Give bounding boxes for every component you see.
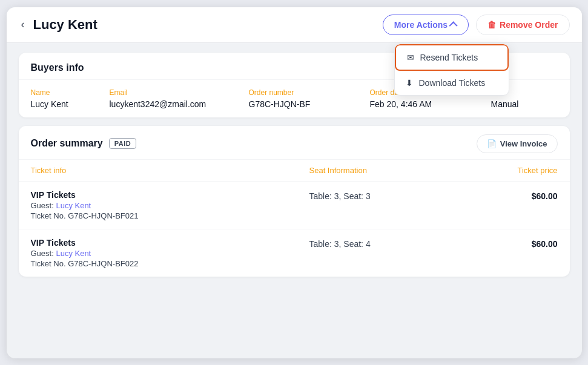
order-summary-title: Order summary bbox=[31, 138, 103, 149]
ticket-guest-1: Guest: Lucy Kent bbox=[31, 201, 309, 210]
order-date-value: Feb 20, 4:46 AM bbox=[370, 99, 491, 109]
remove-order-label: Remove Order bbox=[500, 20, 558, 30]
name-col: Name Lucy Kent bbox=[31, 88, 110, 109]
more-actions-label: More Actions bbox=[394, 20, 448, 30]
ticket-price-1: $60.00 bbox=[467, 190, 558, 201]
name-label: Name bbox=[31, 88, 110, 97]
download-tickets-label: Download Tickets bbox=[419, 78, 486, 88]
email-value: lucykent3242@zmail.com bbox=[110, 99, 249, 109]
seat-info-col-label: Seat Information bbox=[309, 166, 467, 175]
ticket-guest-2: Guest: Lucy Kent bbox=[31, 249, 309, 258]
ticket-info-col-label: Ticket info bbox=[31, 166, 309, 175]
main-container: ‹ Lucy Kent More Actions 🗑 Remove Order … bbox=[7, 7, 582, 358]
ticket-info-2: VIP Tickets Guest: Lucy Kent Ticket No. … bbox=[31, 238, 309, 268]
page-title: Lucy Kent bbox=[33, 17, 97, 33]
ticket-price-2: $60.00 bbox=[467, 238, 558, 249]
order-summary-title-group: Order summary PAID bbox=[31, 138, 137, 149]
name-value: Lucy Kent bbox=[31, 99, 110, 109]
back-button[interactable]: ‹ bbox=[19, 17, 27, 32]
trash-icon: 🗑 bbox=[487, 20, 496, 30]
ticket-number-1: Ticket No. G78C-HJQN-BF021 bbox=[31, 211, 309, 220]
back-arrow-icon: ‹ bbox=[21, 18, 25, 31]
mail-icon: ✉ bbox=[407, 53, 414, 62]
remove-order-button[interactable]: 🗑 Remove Order bbox=[476, 15, 569, 35]
header-left: ‹ Lucy Kent bbox=[19, 17, 97, 33]
ticket-type-1: VIP Tickets bbox=[31, 190, 309, 200]
order-number-col: Order number G78C-HJQN-BF bbox=[249, 88, 370, 109]
resend-tickets-button[interactable]: ✉ Resend Tickets bbox=[395, 44, 509, 71]
guest-link-1[interactable]: Lucy Kent bbox=[56, 201, 91, 210]
more-actions-button[interactable]: More Actions bbox=[383, 15, 469, 35]
table-row: VIP Tickets Guest: Lucy Kent Ticket No. … bbox=[19, 229, 570, 277]
header-right: More Actions 🗑 Remove Order ✉ Resend Tic… bbox=[383, 15, 570, 35]
order-summary-card: Order summary PAID 📄 View Invoice Ticket… bbox=[19, 126, 570, 277]
guest-link-2[interactable]: Lucy Kent bbox=[56, 249, 91, 258]
order-number-label: Order number bbox=[249, 88, 370, 97]
header: ‹ Lucy Kent More Actions 🗑 Remove Order … bbox=[7, 7, 582, 43]
ticket-info-1: VIP Tickets Guest: Lucy Kent Ticket No. … bbox=[31, 190, 309, 220]
dropdown-menu: ✉ Resend Tickets ⬇ Download Tickets bbox=[394, 44, 509, 96]
seat-info-1: Table: 3, Seat: 3 bbox=[309, 190, 467, 201]
table-row: VIP Tickets Guest: Lucy Kent Ticket No. … bbox=[19, 181, 570, 229]
view-invoice-button[interactable]: 📄 View Invoice bbox=[477, 134, 558, 153]
email-col: Email lucykent3242@zmail.com bbox=[110, 88, 249, 109]
ticket-type-2: VIP Tickets bbox=[31, 238, 309, 248]
download-icon: ⬇ bbox=[406, 78, 413, 88]
paid-badge: PAID bbox=[109, 138, 136, 149]
ticket-number-2: Ticket No. G78C-HJQN-BF022 bbox=[31, 259, 309, 268]
order-table-header: Ticket info Seat Information Ticket pric… bbox=[19, 160, 570, 181]
email-label: Email bbox=[110, 88, 249, 97]
order-summary-header: Order summary PAID 📄 View Invoice bbox=[19, 126, 570, 160]
download-tickets-button[interactable]: ⬇ Download Tickets bbox=[395, 71, 509, 95]
ticket-price-col-label: Ticket price bbox=[467, 166, 558, 175]
invoice-icon: 📄 bbox=[487, 139, 497, 148]
order-number-value: G78C-HJQN-BF bbox=[249, 99, 370, 109]
view-invoice-label: View Invoice bbox=[500, 139, 547, 148]
chevron-up-icon bbox=[449, 21, 458, 30]
paid-value: Manual bbox=[491, 99, 564, 109]
resend-tickets-label: Resend Tickets bbox=[420, 53, 478, 62]
seat-info-2: Table: 3, Seat: 4 bbox=[309, 238, 467, 249]
